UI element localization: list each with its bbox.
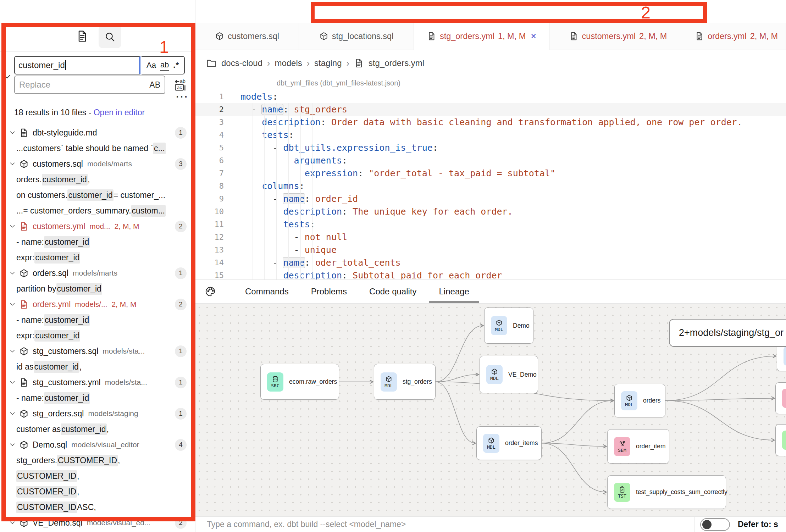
breadcrumb-item[interactable]: docs-cloud xyxy=(221,58,262,68)
lineage-node-ecom_raw_orders[interactable]: SRCecom.raw_orders xyxy=(260,364,339,400)
whole-word-toggle[interactable]: ab xyxy=(160,60,169,71)
search-result-match-row[interactable]: ...customers` table should be named `c..… xyxy=(0,140,195,156)
search-result-file-row[interactable]: dbt-styleguide.md1 xyxy=(0,125,195,140)
regex-toggle[interactable]: .* xyxy=(173,61,179,70)
search-result-file-row[interactable]: customers.sqlmodels/marts3 xyxy=(0,156,195,172)
lineage-node-partial_test[interactable]: TST xyxy=(775,424,786,456)
panel-tab-lineage[interactable]: Lineage xyxy=(439,280,469,303)
code-editor[interactable]: dbt_yml_files (dbt_yml_files-latest.json… xyxy=(195,76,786,279)
palette-icon[interactable] xyxy=(205,286,216,297)
code-line-11[interactable]: 11 tests: xyxy=(195,218,786,231)
tab-orders-yml[interactable]: orders.yml2, M, M xyxy=(687,23,786,50)
search-result-match-row[interactable]: ...= customer_orders_summary.custom... xyxy=(0,203,195,218)
indent-guide xyxy=(300,103,301,279)
code-line-1[interactable]: 1models: xyxy=(195,90,786,103)
code-line-5[interactable]: 5 - dbt_utils.expression_is_true: xyxy=(195,142,786,154)
breadcrumb-item[interactable]: models xyxy=(275,58,302,68)
chevron-down-icon[interactable] xyxy=(9,378,16,386)
panel-tab-problems[interactable]: Problems xyxy=(311,280,347,303)
lineage-canvas[interactable]: 2+models/staging/stg_or SRCecom.raw_orde… xyxy=(195,304,786,516)
lineage-node-demo[interactable]: MDLDemo xyxy=(484,307,533,344)
search-result-match-row[interactable]: stg_orders.CUSTOMER_ID, xyxy=(0,453,195,468)
code-line-12[interactable]: 12 - not_null xyxy=(195,231,786,244)
lineage-node-order_item[interactable]: SEMorder_item xyxy=(607,429,669,464)
replace-input[interactable]: Replace AB xyxy=(14,76,165,94)
chevron-down-icon[interactable] xyxy=(9,129,16,137)
code-line-14[interactable]: 14 - name: oder_total_cents xyxy=(195,256,786,269)
breadcrumb-item[interactable]: staging xyxy=(314,58,342,68)
chevron-down-icon[interactable] xyxy=(9,441,16,449)
model-icon xyxy=(496,319,503,326)
close-icon[interactable]: × xyxy=(531,31,536,42)
search-result-match-row[interactable]: CUSTOMER_ID, xyxy=(0,484,195,499)
more-actions-icon[interactable]: ⋯ xyxy=(174,89,189,104)
search-result-match-row[interactable]: customer as customer_id, xyxy=(0,421,195,437)
lineage-node-orders[interactable]: MDLorders xyxy=(614,384,665,417)
code-line-9[interactable]: 9 - name: order_id xyxy=(195,193,786,205)
code-line-13[interactable]: 13 - unique xyxy=(195,244,786,256)
search-result-file-row[interactable]: VE_Demo.sqlmodels/visual_ed...2 xyxy=(0,515,195,531)
search-input[interactable]: customer_id xyxy=(14,56,140,74)
lineage-node-ve_demo[interactable]: MDLVE_Demo xyxy=(480,356,538,393)
panel-tab-code-quality[interactable]: Code quality xyxy=(369,280,416,303)
search-result-match-row[interactable]: CUSTOMER_ID, xyxy=(0,468,195,484)
tab-customers-sql[interactable]: customers.sql xyxy=(195,23,299,50)
lineage-node-stg_orders[interactable]: MDLstg_orders xyxy=(374,364,436,400)
chevron-down-icon[interactable] xyxy=(9,269,16,277)
node-label: stg_orders xyxy=(403,378,432,386)
search-result-match-row[interactable]: - name: customer_id xyxy=(0,234,195,250)
lineage-node-partial_semantic[interactable]: SEM xyxy=(775,382,786,414)
search-result-match-row[interactable]: expr: customer_id xyxy=(0,250,195,265)
token-key: models xyxy=(240,92,272,102)
chevron-down-icon[interactable] xyxy=(9,160,16,168)
code-line-2[interactable]: 2 - name: stg_orders xyxy=(195,103,786,116)
search-result-match-row[interactable]: - name: customer_id xyxy=(0,312,195,328)
search-result-file-row[interactable]: customers.ymlmod...2, M, M2 xyxy=(0,218,195,234)
command-input[interactable] xyxy=(207,517,668,532)
lineage-selector-box[interactable]: 2+models/staging/stg_or xyxy=(669,319,786,347)
indent-guide xyxy=(253,103,253,279)
match-case-toggle[interactable]: Aa xyxy=(146,61,156,70)
lineage-node-order_items[interactable]: MDLorder_items xyxy=(476,426,542,460)
search-view-button[interactable] xyxy=(99,26,121,48)
search-result-match-row[interactable]: id as customer_id, xyxy=(0,359,195,375)
tab-customers-yml[interactable]: customers.yml2, M, M xyxy=(549,23,687,50)
defer-toggle[interactable] xyxy=(700,518,730,531)
code-line-15[interactable]: 15 description: Subtotal paid for each o… xyxy=(195,269,786,279)
code-line-4[interactable]: 4 tests: xyxy=(195,129,786,142)
line-number: 6 xyxy=(195,154,224,167)
token-val: Subtotal paid for each order xyxy=(347,270,502,279)
code-line-3[interactable]: 3 description: Order data with basic cle… xyxy=(195,116,786,129)
chevron-down-icon[interactable] xyxy=(9,410,16,417)
chevron-down-icon[interactable] xyxy=(9,222,16,230)
search-result-file-row[interactable]: stg_customers.sqlmodels/sta...1 xyxy=(0,343,195,359)
search-result-file-row[interactable]: stg_customers.ymlmodels/sta...1 xyxy=(0,375,195,390)
file-dir: models/... xyxy=(75,300,107,309)
lineage-node-test_supply_costs_sum_correctly[interactable]: TSTtest_supply_costs_sum_correctly xyxy=(607,475,726,509)
search-result-match-row[interactable]: partition by customer_id xyxy=(0,281,195,297)
tab-stg_orders-yml[interactable]: stg_orders.yml1, M, M× xyxy=(414,23,549,50)
search-result-match-row[interactable]: orders.customer_id, xyxy=(0,172,195,187)
code-line-7[interactable]: 7 expression: "order_total - tax_paid = … xyxy=(195,167,786,180)
code-line-8[interactable]: 8 columns: xyxy=(195,180,786,193)
search-result-match-row[interactable]: CUSTOMER_ID ASC, xyxy=(0,499,195,515)
search-result-file-row[interactable]: orders.ymlmodels/...2, M, M2 xyxy=(0,297,195,312)
code-line-10[interactable]: 10 description: The unique key for each … xyxy=(195,205,786,218)
chevron-down-icon[interactable] xyxy=(9,519,16,527)
file-explorer-icon[interactable] xyxy=(76,30,89,43)
chevron-down-icon[interactable] xyxy=(9,347,16,355)
file-name: VE_Demo.sql xyxy=(33,518,83,528)
panel-tab-commands[interactable]: Commands xyxy=(245,280,289,303)
search-result-match-row[interactable]: on customers.customer_id = customer_... xyxy=(0,187,195,203)
search-result-match-row[interactable]: expr: customer_id xyxy=(0,328,195,343)
open-in-editor-link[interactable]: Open in editor xyxy=(94,108,145,117)
chevron-down-icon[interactable] xyxy=(9,300,16,308)
search-result-file-row[interactable]: orders.sqlmodels/marts1 xyxy=(0,265,195,281)
preserve-case-toggle[interactable]: AB xyxy=(149,80,160,90)
tab-stg_locations-sql[interactable]: stg_locations.sql xyxy=(299,23,414,50)
chevron-down-icon[interactable] xyxy=(1,71,13,82)
search-result-file-row[interactable]: stg_orders.sqlmodels/staging1 xyxy=(0,406,195,421)
code-line-6[interactable]: 6 arguments: xyxy=(195,154,786,167)
search-result-file-row[interactable]: Demo.sqlmodels/visual_editor4 xyxy=(0,437,195,453)
search-result-match-row[interactable]: - name: customer_id xyxy=(0,390,195,406)
